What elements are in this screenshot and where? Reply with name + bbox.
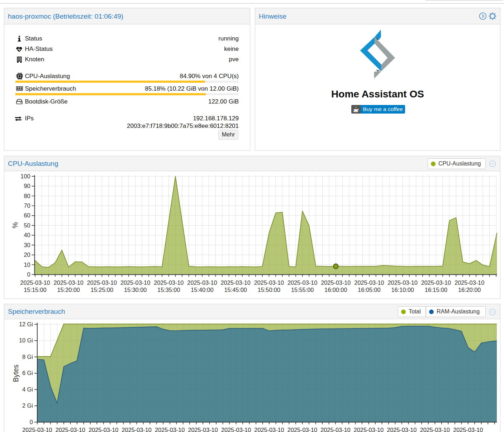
svg-text:15:30:00: 15:30:00 xyxy=(124,287,147,293)
svg-text:20: 20 xyxy=(24,251,30,258)
svg-text:2025-03-10: 2025-03-10 xyxy=(254,427,284,432)
svg-text:15:45:00: 15:45:00 xyxy=(224,287,247,293)
svg-text:15:25:00: 15:25:00 xyxy=(91,287,113,293)
svg-text:2025-03-10: 2025-03-10 xyxy=(354,279,384,286)
svg-text:2025-03-10: 2025-03-10 xyxy=(221,279,251,286)
svg-text:4 Gi: 4 Gi xyxy=(22,386,33,393)
svg-text:2025-03-10: 2025-03-10 xyxy=(320,427,350,432)
svg-text:8 Gi: 8 Gi xyxy=(22,354,33,360)
svg-text:2025-03-10: 2025-03-10 xyxy=(453,427,483,432)
svg-text:16:20:00: 16:20:00 xyxy=(458,287,481,293)
svg-text:2025-03-10: 2025-03-10 xyxy=(154,279,184,286)
svg-text:10: 10 xyxy=(24,261,30,268)
svg-text:2025-03-10: 2025-03-10 xyxy=(155,427,185,432)
svg-text:70: 70 xyxy=(24,202,30,209)
svg-text:2025-03-10: 2025-03-10 xyxy=(421,279,451,286)
svg-text:50: 50 xyxy=(24,222,30,229)
svg-text:15:15:00: 15:15:00 xyxy=(24,287,46,293)
svg-text:2 Gi: 2 Gi xyxy=(22,402,33,409)
svg-text:2025-03-10: 2025-03-10 xyxy=(287,427,317,432)
svg-text:100: 100 xyxy=(20,173,30,179)
svg-text:2025-03-10: 2025-03-10 xyxy=(122,427,152,432)
svg-text:16:00:00: 16:00:00 xyxy=(324,287,347,293)
svg-text:2025-03-10: 2025-03-10 xyxy=(287,279,317,286)
svg-text:2025-03-10: 2025-03-10 xyxy=(187,279,217,286)
svg-text:2025-03-10: 2025-03-10 xyxy=(87,279,117,286)
svg-text:90: 90 xyxy=(24,183,30,189)
svg-text:15:35:00: 15:35:00 xyxy=(157,287,180,293)
svg-text:10 Gi: 10 Gi xyxy=(19,337,33,344)
svg-text:30: 30 xyxy=(24,242,30,248)
svg-text:80: 80 xyxy=(24,193,30,199)
svg-text:2025-03-10: 2025-03-10 xyxy=(22,427,52,432)
svg-text:15:55:00: 15:55:00 xyxy=(291,287,314,293)
svg-text:2025-03-10: 2025-03-10 xyxy=(455,279,484,286)
svg-text:6 Gi: 6 Gi xyxy=(22,370,33,376)
svg-text:0: 0 xyxy=(30,419,33,425)
svg-text:2025-03-10: 2025-03-10 xyxy=(387,427,417,432)
svg-text:15:50:00: 15:50:00 xyxy=(258,287,280,293)
svg-text:40: 40 xyxy=(24,232,30,238)
svg-text:15:40:00: 15:40:00 xyxy=(191,287,213,293)
svg-text:60: 60 xyxy=(24,212,30,219)
svg-text:2025-03-10: 2025-03-10 xyxy=(120,279,150,286)
svg-text:12 Gi: 12 Gi xyxy=(19,321,33,327)
svg-text:2025-03-10: 2025-03-10 xyxy=(221,427,251,432)
svg-text:2025-03-10: 2025-03-10 xyxy=(188,427,218,432)
svg-text:16:05:00: 16:05:00 xyxy=(358,287,380,293)
svg-text:2025-03-10: 2025-03-10 xyxy=(89,427,118,432)
svg-text:15:20:00: 15:20:00 xyxy=(57,287,80,293)
svg-text:2025-03-10: 2025-03-10 xyxy=(56,427,85,432)
svg-text:0: 0 xyxy=(27,271,30,278)
svg-text:2025-03-10: 2025-03-10 xyxy=(420,427,450,432)
svg-text:Bytes: Bytes xyxy=(12,364,20,382)
svg-text:%: % xyxy=(11,222,19,228)
svg-text:2025-03-10: 2025-03-10 xyxy=(388,279,418,286)
svg-text:2025-03-10: 2025-03-10 xyxy=(54,279,84,286)
svg-text:2025-03-10: 2025-03-10 xyxy=(254,279,284,286)
svg-text:2025-03-10: 2025-03-10 xyxy=(354,427,384,432)
svg-text:2025-03-10: 2025-03-10 xyxy=(321,279,351,286)
svg-text:2025-03-10: 2025-03-10 xyxy=(20,279,50,286)
svg-text:16:10:00: 16:10:00 xyxy=(391,287,414,293)
svg-text:16:15:00: 16:15:00 xyxy=(425,287,447,293)
